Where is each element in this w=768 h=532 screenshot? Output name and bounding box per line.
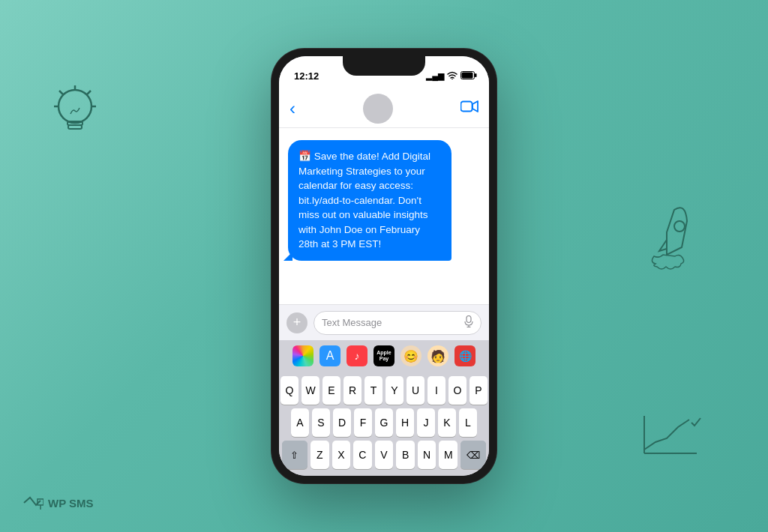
key-m[interactable]: M <box>439 441 458 469</box>
app-strip: A ♪ ApplePay 😊 🧑 🌐 <box>279 340 489 372</box>
key-y[interactable]: Y <box>386 376 404 405</box>
key-shift[interactable]: ⇧ <box>282 441 308 469</box>
svg-line-5 <box>59 91 63 94</box>
message-bubble: 📅 Save the date! Add Digital Marketing S… <box>288 140 452 261</box>
key-a[interactable]: A <box>291 408 309 437</box>
key-f[interactable]: F <box>354 408 372 437</box>
back-button[interactable]: ‹ <box>290 100 296 118</box>
photos-app-icon[interactable] <box>292 345 314 366</box>
key-backspace[interactable]: ⌫ <box>460 441 486 469</box>
globe-icon[interactable]: 🌐 <box>454 345 476 366</box>
memoji1-icon[interactable]: 😊 <box>400 345 422 366</box>
music-icon[interactable]: ♪ <box>346 345 368 366</box>
svg-point-13 <box>452 78 453 79</box>
mic-icon <box>464 315 473 330</box>
key-l[interactable]: L <box>459 408 477 437</box>
memoji2-icon[interactable]: 🧑 <box>428 345 448 366</box>
key-g[interactable]: G <box>375 408 393 437</box>
phone-screen: 12:12 ▂▄▆ <box>279 56 489 476</box>
key-t[interactable]: T <box>364 376 382 405</box>
plus-button[interactable]: + <box>286 312 308 333</box>
svg-rect-16 <box>475 73 477 77</box>
input-bar: + Text Message <box>279 304 489 340</box>
svg-point-0 <box>58 90 92 123</box>
appstore-icon[interactable]: A <box>320 345 340 366</box>
key-e[interactable]: E <box>322 376 340 405</box>
message-input[interactable]: Text Message <box>314 311 482 335</box>
chart-decoration <box>640 412 700 457</box>
keyboard: Q W E R T Y U I O P A S D F G <box>279 372 489 476</box>
key-o[interactable]: O <box>448 376 466 405</box>
key-v[interactable]: V <box>375 441 394 469</box>
status-time: 12:12 <box>291 70 319 82</box>
key-u[interactable]: U <box>406 376 424 405</box>
key-s[interactable]: S <box>312 408 330 437</box>
bulb-decoration <box>45 82 105 142</box>
wifi-icon <box>447 71 458 81</box>
phone-notch <box>343 56 425 76</box>
svg-rect-17 <box>461 102 472 112</box>
brand-logo: WP SMS <box>22 496 94 510</box>
keyboard-row-3: ⇧ Z X C V B N M ⌫ <box>282 441 486 469</box>
key-n[interactable]: N <box>418 441 436 469</box>
keyboard-row-1: Q W E R T Y U I O P <box>282 376 486 405</box>
messages-area: 📅 Save the date! Add Digital Marketing S… <box>279 128 489 304</box>
key-h[interactable]: H <box>396 408 414 437</box>
key-w[interactable]: W <box>302 376 320 405</box>
contact-avatar <box>363 94 393 124</box>
key-d[interactable]: D <box>333 408 351 437</box>
phone-mockup: 12:12 ▂▄▆ <box>272 49 496 483</box>
video-call-button[interactable] <box>460 100 478 117</box>
message-text: 📅 Save the date! Add Digital Marketing S… <box>298 151 430 250</box>
key-q[interactable]: Q <box>280 376 298 405</box>
status-icons: ▂▄▆ <box>426 71 477 81</box>
key-b[interactable]: B <box>396 441 415 469</box>
svg-rect-18 <box>466 316 471 323</box>
svg-rect-15 <box>462 72 473 78</box>
rocket-decoration <box>633 195 700 277</box>
keyboard-row-2: A S D F G H J K L <box>282 408 486 437</box>
key-c[interactable]: C <box>353 441 372 469</box>
key-k[interactable]: K <box>438 408 456 437</box>
key-j[interactable]: J <box>417 408 435 437</box>
key-i[interactable]: I <box>428 376 446 405</box>
phone-frame: 12:12 ▂▄▆ <box>272 49 496 483</box>
key-r[interactable]: R <box>344 376 362 405</box>
key-p[interactable]: P <box>470 376 488 405</box>
brand-name: WP SMS <box>48 497 94 510</box>
input-placeholder: Text Message <box>322 317 382 328</box>
svg-point-8 <box>674 221 685 232</box>
header-bar: ‹ <box>279 89 489 128</box>
battery-icon <box>460 71 477 81</box>
key-z[interactable]: Z <box>310 441 329 469</box>
applepay-icon[interactable]: ApplePay <box>374 345 394 366</box>
key-x[interactable]: X <box>332 441 351 469</box>
signal-icon: ▂▄▆ <box>426 71 444 81</box>
svg-rect-7 <box>68 125 82 129</box>
svg-line-4 <box>87 91 91 94</box>
